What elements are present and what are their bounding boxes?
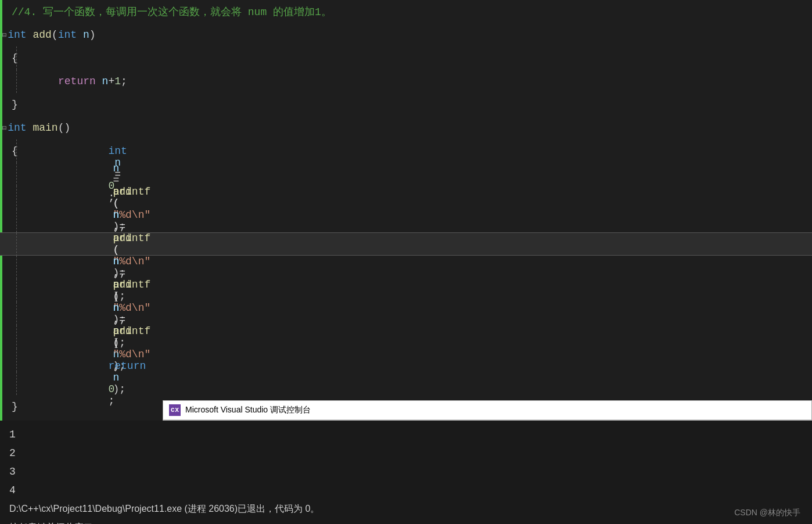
kw-int-add: int bbox=[8, 29, 26, 41]
brace-close-2: } bbox=[12, 401, 18, 412]
var-n-return: n bbox=[96, 76, 109, 87]
plus-op: + bbox=[108, 76, 114, 87]
fn-add: add bbox=[33, 29, 51, 41]
var-n-assign4: n bbox=[113, 302, 119, 314]
fn-printf4: printf bbox=[113, 325, 150, 337]
var-n-assign2: n bbox=[113, 209, 119, 221]
guide-1 bbox=[16, 46, 17, 70]
var-n-assign3: n bbox=[113, 256, 119, 267]
line-return-n: return n + 1 ; bbox=[0, 70, 812, 93]
code-editor: //4. 写一个函数，每调用一次这个函数，就会将 num 的值增加1。 ⊟ in… bbox=[0, 0, 812, 524]
console-line-1: 1 bbox=[9, 425, 803, 444]
console-path-line: D:\C++\cx\Project11\Debug\Project11.exe … bbox=[9, 500, 803, 518]
line-comment: //4. 写一个函数，每调用一次这个函数，就会将 num 的值增加1。 bbox=[0, 0, 812, 23]
watermark: CSDN @林的快手 bbox=[734, 508, 800, 518]
console-hint-line: 按任意键关闭此窗口... bbox=[9, 518, 803, 524]
num-0-return: 0 bbox=[108, 383, 114, 395]
kw-return-1: return bbox=[12, 76, 96, 87]
kw-int-param: int bbox=[58, 29, 77, 41]
popup-titlebar: cx Microsoft Visual Studio 调试控制台 bbox=[163, 401, 811, 420]
kw-return-0: return bbox=[108, 360, 146, 372]
brace-close-1: } bbox=[12, 99, 18, 110]
popup-icon: cx bbox=[169, 404, 181, 416]
guide-2 bbox=[16, 70, 17, 93]
line-return-0: return 0 ; bbox=[0, 372, 812, 395]
semi-return: ; bbox=[121, 76, 127, 87]
popup-window: cx Microsoft Visual Studio 调试控制台 bbox=[163, 400, 812, 421]
kw-int-main: int bbox=[8, 122, 26, 134]
fn-printf1: printf bbox=[113, 186, 150, 198]
fn-main: main bbox=[33, 122, 58, 134]
fn-printf2: printf bbox=[113, 232, 150, 244]
popup-title: Microsoft Visual Studio 调试控制台 bbox=[185, 405, 311, 415]
var-n-assign1: n bbox=[113, 163, 119, 174]
line-open-brace-1: { bbox=[0, 46, 812, 70]
console-hint-text: 按任意键关闭此窗口... bbox=[9, 522, 100, 525]
fold-icon-add[interactable]: ⊟ bbox=[2, 31, 6, 40]
console-path-text: D:\C++\cx\Project11\Debug\Project11.exe … bbox=[9, 503, 319, 515]
console-output: 1 2 3 4 D:\C++\cx\Project11\Debug\Projec… bbox=[0, 421, 812, 524]
line-close-brace-1: } bbox=[0, 93, 812, 116]
num-1: 1 bbox=[114, 76, 121, 87]
var-n-param: n bbox=[77, 29, 89, 41]
line-func-decl: ⊟ int add ( int n ) bbox=[0, 23, 812, 46]
fold-icon-main[interactable]: ⊟ bbox=[2, 124, 6, 132]
fn-printf3: printf bbox=[113, 279, 150, 290]
code-container: //4. 写一个函数，每调用一次这个函数，就会将 num 的值增加1。 ⊟ in… bbox=[0, 0, 812, 524]
console-line-2: 2 bbox=[9, 444, 803, 462]
brace-open-1: { bbox=[12, 52, 18, 64]
comment-text: //4. 写一个函数，每调用一次这个函数，就会将 num 的值增加1。 bbox=[12, 5, 332, 19]
guide-13 bbox=[16, 372, 17, 395]
console-line-4: 4 bbox=[9, 481, 803, 500]
console-line-3: 3 bbox=[9, 462, 803, 481]
